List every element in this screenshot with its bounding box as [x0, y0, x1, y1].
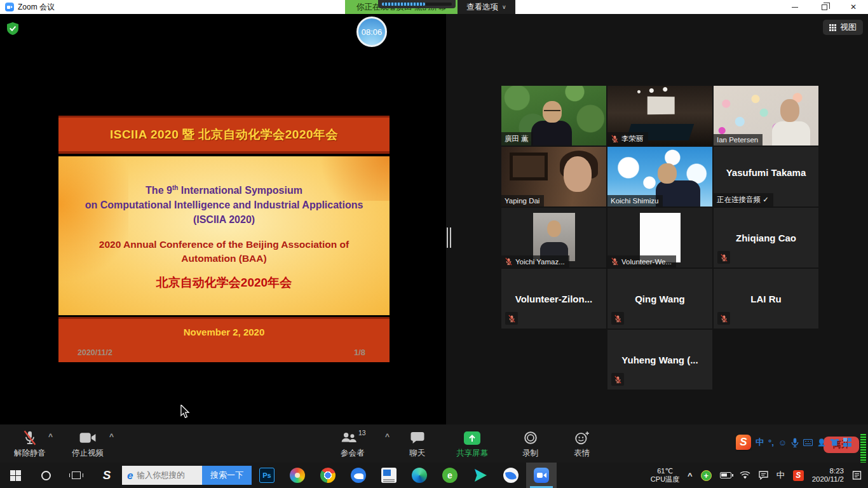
participant-tile[interactable]: Ian Petersen [714, 86, 818, 146]
participant-name: Yoichi Yamaz... [515, 258, 565, 266]
view-options-label: 查看选项 [466, 2, 498, 13]
participants-label: 参会者 [341, 448, 365, 459]
search-go-button[interactable]: 搜索一下 [202, 466, 252, 485]
close-button[interactable]: ✕ [839, 0, 868, 14]
participant-tile[interactable]: Volunteer-We... [607, 208, 712, 268]
antivirus-tray-icon[interactable]: + [701, 470, 712, 481]
participant-tile[interactable]: Yaping Dai [501, 147, 606, 207]
participant-tile[interactable]: LAI Ru [714, 269, 818, 329]
sogou-logo-icon[interactable]: S [736, 435, 751, 450]
panel-resize-handle[interactable] [447, 227, 452, 248]
chat-button[interactable]: 聊天 [409, 430, 425, 459]
stop-video-button[interactable]: 停止视频 [72, 430, 104, 459]
search-input[interactable] [137, 471, 191, 480]
windows-logo-icon [10, 470, 21, 481]
chat-icon [410, 431, 425, 444]
slide-header-banner: ISCIIA 2020 暨 北京自动化学会2020年会 [58, 116, 390, 154]
muted-mic-icon [614, 315, 622, 323]
participant-tile[interactable]: Yoichi Yamaz... [501, 208, 606, 268]
muted-mic-chip [717, 251, 730, 264]
paint-app-button[interactable] [282, 463, 313, 488]
account-icon[interactable]: 👤 [817, 438, 826, 447]
edge-app-button[interactable] [404, 463, 435, 488]
message-tray-icon[interactable] [759, 471, 768, 480]
tray-expand-chevron[interactable]: ^ [688, 471, 693, 480]
participant-tile[interactable]: 李荣丽 [607, 86, 712, 146]
restore-icon [822, 4, 827, 10]
participant-name: Volunteer-We... [621, 258, 672, 266]
clock-time: 8:23 [830, 467, 844, 475]
participant-tile[interactable]: 廣田 薫 [501, 86, 606, 146]
zoom-meeting-window: Zoom 会议 ✕ 你正在观看廣田 薫的屏幕 查看选项 ∨ ISCIIA 202… [0, 0, 868, 488]
mouse-cursor [180, 405, 190, 419]
voice-input-icon[interactable] [791, 438, 799, 447]
participant-tile[interactable]: Qing Wang [607, 269, 712, 329]
participants-chevron[interactable]: ^ [385, 432, 390, 441]
monitor-app-icon [381, 468, 397, 483]
chrome-app-button[interactable] [313, 463, 343, 488]
participants-button[interactable]: 13 参会者 [341, 430, 365, 459]
browser360-app-button[interactable]: e [435, 463, 465, 488]
security-shield-icon[interactable] [7, 22, 18, 35]
unmute-label: 解除静音 [14, 448, 46, 459]
lang-mode-icon[interactable]: 中 [756, 437, 764, 448]
browser360-icon: e [442, 468, 458, 483]
toolbox-icon[interactable] [843, 438, 852, 447]
participant-tile[interactable]: Yuheng Wang (... [607, 330, 712, 390]
taskbar-search-box[interactable]: e [122, 466, 202, 485]
desktop-app-button[interactable] [374, 463, 404, 488]
participant-tile[interactable]: Volunteer-Zilon... [501, 269, 606, 329]
photoshop-app-button[interactable]: Ps [252, 463, 282, 488]
language-indicator[interactable]: 中 [776, 470, 785, 481]
participant-name-label: Yaping Dai [501, 195, 544, 207]
audio-level-popup [378, 0, 456, 8]
audio-level-track [425, 3, 452, 6]
sogou-tray-icon[interactable]: S [793, 470, 804, 481]
record-button[interactable]: 录制 [522, 430, 538, 459]
slide-footer-banner: November 2, 2020 2020/11/2 1/8 [58, 317, 390, 362]
minimize-icon [792, 7, 798, 8]
thunderbird-app-button[interactable] [343, 463, 374, 488]
action-center-icon[interactable] [852, 471, 862, 480]
battery-icon[interactable] [720, 472, 731, 478]
skin-icon[interactable] [831, 439, 839, 446]
task-view-icon [72, 471, 81, 479]
participant-tile[interactable]: Zhiqiang Cao [714, 208, 818, 268]
soft-keyboard-icon[interactable] [803, 439, 813, 446]
participant-name-label: Volunteer-We... [607, 255, 676, 268]
view-button[interactable]: 视图 [823, 20, 863, 35]
share-screen-button[interactable]: 共享屏幕 [456, 430, 488, 459]
unmute-button[interactable]: 解除静音 [14, 430, 46, 459]
sogou-taskbar-button[interactable]: S [92, 463, 122, 488]
start-button[interactable] [0, 463, 31, 488]
whale-browser-app-button[interactable] [496, 463, 526, 488]
tencent-video-app-button[interactable] [465, 463, 496, 488]
baa-line2: Automation (BAA) [181, 253, 266, 264]
punctuation-icon[interactable]: °, [768, 438, 774, 447]
wifi-icon[interactable] [740, 471, 750, 480]
restore-button[interactable] [810, 0, 839, 14]
window-title: Zoom 会议 [18, 2, 55, 13]
audio-options-chevron[interactable]: ^ [48, 432, 53, 441]
emoji-picker-icon[interactable]: ☺ [778, 438, 787, 447]
minimize-button[interactable] [780, 0, 810, 14]
cortana-button[interactable] [31, 463, 61, 488]
view-options-button[interactable]: 查看选项 ∨ [458, 0, 515, 14]
muted-mic-icon [614, 376, 622, 384]
taskbar-clock[interactable]: 8:23 2020/11/2 [812, 467, 844, 484]
windows-taskbar: S e 搜索一下 Ps e 61℃ CPU温度 ^ + [0, 463, 868, 488]
participant-tile[interactable]: Yasufumi Takama 正在连接音频 ✓ [714, 147, 818, 207]
reactions-button[interactable]: 表情 [574, 430, 590, 459]
muted-mic-icon [720, 254, 728, 262]
tencent-video-icon [473, 468, 488, 483]
task-view-button[interactable] [61, 463, 92, 488]
zoom-taskbar-button[interactable] [526, 463, 557, 488]
video-options-chevron[interactable]: ^ [109, 432, 114, 441]
muted-mic-icon [611, 135, 619, 143]
taskbar-left: S e 搜索一下 Ps e [0, 463, 557, 488]
reactions-label: 表情 [574, 448, 590, 459]
participant-tile[interactable]: Koichi Shimizu [607, 147, 712, 207]
participant-name-label: Yoichi Yamaz... [501, 255, 569, 268]
cpu-temp-widget[interactable]: 61℃ CPU温度 [651, 467, 679, 484]
participant-name: 廣田 薫 [505, 134, 529, 144]
